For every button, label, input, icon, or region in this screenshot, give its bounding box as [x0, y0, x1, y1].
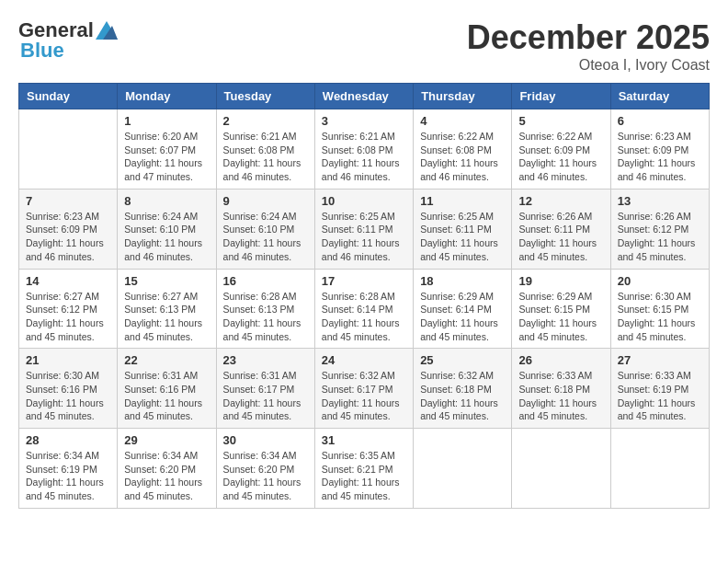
day-detail: Sunrise: 6:27 AMSunset: 6:13 PMDaylight:… — [124, 290, 209, 344]
calendar-cell: 8Sunrise: 6:24 AMSunset: 6:10 PMDaylight… — [118, 189, 216, 269]
day-detail: Sunrise: 6:33 AMSunset: 6:18 PMDaylight:… — [518, 369, 603, 423]
day-number: 4 — [420, 114, 505, 128]
day-detail: Sunrise: 6:34 AMSunset: 6:20 PMDaylight:… — [223, 449, 308, 503]
calendar-cell: 1Sunrise: 6:20 AMSunset: 6:07 PMDaylight… — [118, 109, 216, 190]
day-number: 26 — [518, 353, 603, 367]
day-detail: Sunrise: 6:32 AMSunset: 6:17 PMDaylight:… — [322, 369, 406, 423]
day-number: 31 — [322, 433, 406, 447]
calendar-cell: 5Sunrise: 6:22 AMSunset: 6:09 PMDaylight… — [512, 109, 610, 190]
calendar-cell: 12Sunrise: 6:26 AMSunset: 6:11 PMDayligh… — [512, 189, 610, 269]
logo-icon — [96, 21, 118, 40]
day-detail: Sunrise: 6:22 AMSunset: 6:08 PMDaylight:… — [420, 130, 505, 184]
logo-area: General Blue — [18, 18, 118, 63]
calendar-cell: 11Sunrise: 6:25 AMSunset: 6:11 PMDayligh… — [414, 189, 512, 269]
calendar-cell: 19Sunrise: 6:29 AMSunset: 6:15 PMDayligh… — [512, 269, 610, 349]
day-number: 30 — [223, 433, 308, 447]
calendar-cell: 25Sunrise: 6:32 AMSunset: 6:18 PMDayligh… — [414, 349, 512, 429]
calendar-header-wednesday: Wednesday — [314, 84, 413, 109]
day-detail: Sunrise: 6:26 AMSunset: 6:11 PMDaylight:… — [518, 210, 603, 264]
day-number: 12 — [518, 194, 603, 208]
calendar-cell: 3Sunrise: 6:21 AMSunset: 6:08 PMDaylight… — [314, 109, 413, 190]
day-detail: Sunrise: 6:31 AMSunset: 6:17 PMDaylight:… — [223, 369, 308, 423]
calendar-cell: 6Sunrise: 6:23 AMSunset: 6:09 PMDaylight… — [610, 109, 709, 190]
day-detail: Sunrise: 6:26 AMSunset: 6:12 PMDaylight:… — [618, 210, 702, 264]
day-detail: Sunrise: 6:27 AMSunset: 6:12 PMDaylight:… — [26, 290, 110, 344]
calendar-cell: 10Sunrise: 6:25 AMSunset: 6:11 PMDayligh… — [314, 189, 413, 269]
calendar-cell: 20Sunrise: 6:30 AMSunset: 6:15 PMDayligh… — [610, 269, 709, 349]
calendar-cell: 31Sunrise: 6:35 AMSunset: 6:21 PMDayligh… — [314, 429, 413, 509]
day-number: 23 — [223, 353, 308, 367]
calendar-week-row: 14Sunrise: 6:27 AMSunset: 6:12 PMDayligh… — [19, 269, 710, 349]
calendar-cell: 26Sunrise: 6:33 AMSunset: 6:18 PMDayligh… — [512, 349, 610, 429]
day-number: 28 — [26, 433, 110, 447]
day-detail: Sunrise: 6:23 AMSunset: 6:09 PMDaylight:… — [26, 210, 110, 264]
calendar-header-thursday: Thursday — [414, 84, 512, 109]
day-number: 24 — [322, 353, 406, 367]
day-number: 1 — [124, 114, 209, 128]
day-number: 9 — [223, 194, 308, 208]
calendar-cell: 7Sunrise: 6:23 AMSunset: 6:09 PMDaylight… — [19, 189, 118, 269]
calendar-cell: 16Sunrise: 6:28 AMSunset: 6:13 PMDayligh… — [216, 269, 314, 349]
day-detail: Sunrise: 6:24 AMSunset: 6:10 PMDaylight:… — [223, 210, 308, 264]
day-detail: Sunrise: 6:30 AMSunset: 6:15 PMDaylight:… — [618, 290, 702, 344]
day-number: 6 — [618, 114, 702, 128]
calendar-header-row: SundayMondayTuesdayWednesdayThursdayFrid… — [19, 84, 710, 109]
calendar-cell — [414, 429, 512, 509]
calendar-cell: 9Sunrise: 6:24 AMSunset: 6:10 PMDaylight… — [216, 189, 314, 269]
day-detail: Sunrise: 6:34 AMSunset: 6:19 PMDaylight:… — [26, 449, 110, 503]
calendar-cell: 22Sunrise: 6:31 AMSunset: 6:16 PMDayligh… — [118, 349, 216, 429]
day-number: 27 — [618, 353, 702, 367]
day-number: 7 — [26, 194, 110, 208]
day-number: 11 — [420, 194, 505, 208]
calendar-cell: 15Sunrise: 6:27 AMSunset: 6:13 PMDayligh… — [118, 269, 216, 349]
day-detail: Sunrise: 6:22 AMSunset: 6:09 PMDaylight:… — [518, 130, 603, 184]
calendar-cell: 18Sunrise: 6:29 AMSunset: 6:14 PMDayligh… — [414, 269, 512, 349]
day-number: 2 — [223, 114, 308, 128]
day-detail: Sunrise: 6:21 AMSunset: 6:08 PMDaylight:… — [223, 130, 308, 184]
day-detail: Sunrise: 6:29 AMSunset: 6:14 PMDaylight:… — [420, 290, 505, 344]
day-number: 14 — [26, 274, 110, 288]
calendar-week-row: 1Sunrise: 6:20 AMSunset: 6:07 PMDaylight… — [19, 109, 710, 190]
day-number: 19 — [518, 274, 603, 288]
day-number: 17 — [322, 274, 406, 288]
calendar-cell: 30Sunrise: 6:34 AMSunset: 6:20 PMDayligh… — [216, 429, 314, 509]
day-number: 18 — [420, 274, 505, 288]
calendar-table: SundayMondayTuesdayWednesdayThursdayFrid… — [18, 83, 710, 509]
day-detail: Sunrise: 6:25 AMSunset: 6:11 PMDaylight:… — [322, 210, 406, 264]
day-detail: Sunrise: 6:34 AMSunset: 6:20 PMDaylight:… — [124, 449, 209, 503]
page-header: General Blue December 2025 Oteoa I, Ivor… — [18, 18, 710, 74]
calendar-cell: 27Sunrise: 6:33 AMSunset: 6:19 PMDayligh… — [610, 349, 709, 429]
title-area: December 2025 Oteoa I, Ivory Coast — [467, 18, 710, 74]
day-number: 5 — [518, 114, 603, 128]
day-detail: Sunrise: 6:35 AMSunset: 6:21 PMDaylight:… — [322, 449, 406, 503]
day-detail: Sunrise: 6:33 AMSunset: 6:19 PMDaylight:… — [618, 369, 702, 423]
day-detail: Sunrise: 6:32 AMSunset: 6:18 PMDaylight:… — [420, 369, 505, 423]
day-detail: Sunrise: 6:28 AMSunset: 6:13 PMDaylight:… — [223, 290, 308, 344]
calendar-week-row: 21Sunrise: 6:30 AMSunset: 6:16 PMDayligh… — [19, 349, 710, 429]
day-detail: Sunrise: 6:31 AMSunset: 6:16 PMDaylight:… — [124, 369, 209, 423]
calendar-header-friday: Friday — [512, 84, 610, 109]
location-title: Oteoa I, Ivory Coast — [467, 57, 710, 74]
calendar-header-sunday: Sunday — [19, 84, 118, 109]
calendar-cell: 17Sunrise: 6:28 AMSunset: 6:14 PMDayligh… — [314, 269, 413, 349]
calendar-cell: 4Sunrise: 6:22 AMSunset: 6:08 PMDaylight… — [414, 109, 512, 190]
calendar-cell: 21Sunrise: 6:30 AMSunset: 6:16 PMDayligh… — [19, 349, 118, 429]
day-detail: Sunrise: 6:21 AMSunset: 6:08 PMDaylight:… — [322, 130, 406, 184]
day-number: 16 — [223, 274, 308, 288]
logo-blue-text: Blue — [20, 39, 64, 63]
day-detail: Sunrise: 6:24 AMSunset: 6:10 PMDaylight:… — [124, 210, 209, 264]
day-detail: Sunrise: 6:30 AMSunset: 6:16 PMDaylight:… — [26, 369, 110, 423]
day-number: 15 — [124, 274, 209, 288]
day-number: 21 — [26, 353, 110, 367]
calendar-cell: 13Sunrise: 6:26 AMSunset: 6:12 PMDayligh… — [610, 189, 709, 269]
day-number: 22 — [124, 353, 209, 367]
calendar-cell — [610, 429, 709, 509]
calendar-week-row: 7Sunrise: 6:23 AMSunset: 6:09 PMDaylight… — [19, 189, 710, 269]
day-number: 25 — [420, 353, 505, 367]
calendar-cell — [19, 109, 118, 190]
day-number: 13 — [618, 194, 702, 208]
day-detail: Sunrise: 6:20 AMSunset: 6:07 PMDaylight:… — [124, 130, 209, 184]
day-detail: Sunrise: 6:25 AMSunset: 6:11 PMDaylight:… — [420, 210, 505, 264]
day-number: 3 — [322, 114, 406, 128]
calendar-cell: 23Sunrise: 6:31 AMSunset: 6:17 PMDayligh… — [216, 349, 314, 429]
